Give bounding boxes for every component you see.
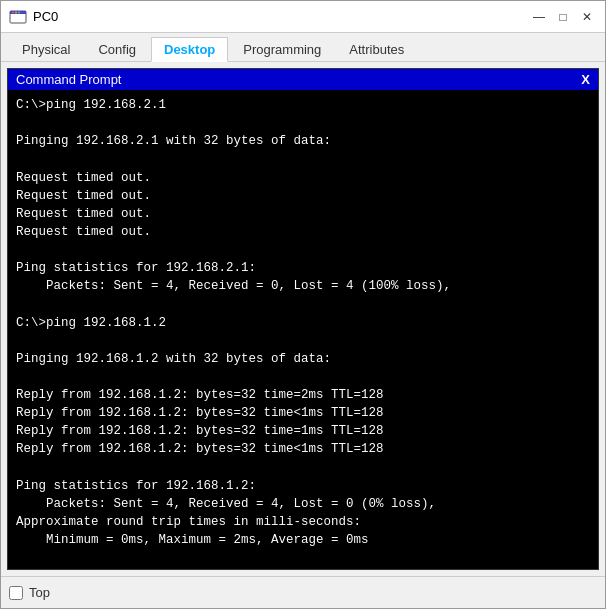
cmd-output[interactable]: C:\>ping 192.168.2.1 Pinging 192.168.2.1…: [8, 90, 598, 569]
maximize-button[interactable]: □: [553, 7, 573, 27]
window-title: PC0: [33, 9, 529, 24]
svg-point-2: [12, 11, 14, 13]
window-controls: — □ ✕: [529, 7, 597, 27]
close-button[interactable]: ✕: [577, 7, 597, 27]
tab-programming[interactable]: Programming: [230, 37, 334, 61]
command-prompt-window: Command Prompt X C:\>ping 192.168.2.1 Pi…: [7, 68, 599, 570]
top-checkbox[interactable]: [9, 586, 23, 600]
cmd-title-bar: Command Prompt X: [8, 69, 598, 90]
tab-config[interactable]: Config: [85, 37, 149, 61]
main-window: PC0 — □ ✕ Physical Config Desktop Progra…: [0, 0, 606, 609]
bottom-bar: Top: [1, 576, 605, 608]
cmd-close-button[interactable]: X: [581, 72, 590, 87]
minimize-button[interactable]: —: [529, 7, 549, 27]
tab-desktop[interactable]: Desktop: [151, 37, 228, 62]
tab-physical[interactable]: Physical: [9, 37, 83, 61]
svg-point-3: [15, 11, 17, 13]
app-icon: [9, 8, 27, 26]
tab-bar: Physical Config Desktop Programming Attr…: [1, 33, 605, 62]
svg-point-4: [18, 11, 20, 13]
cmd-title-label: Command Prompt: [16, 72, 121, 87]
top-label: Top: [29, 585, 50, 600]
title-bar: PC0 — □ ✕: [1, 1, 605, 33]
tab-attributes[interactable]: Attributes: [336, 37, 417, 61]
